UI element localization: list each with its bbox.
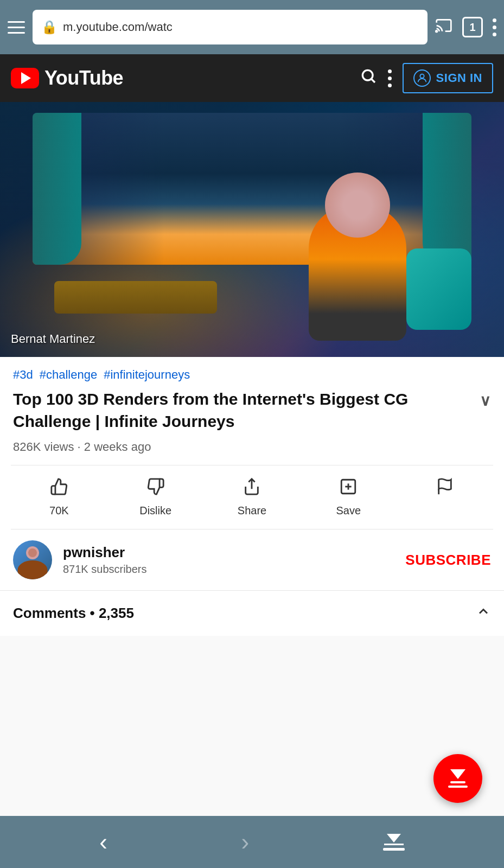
browser-more-icon[interactable]: [493, 18, 496, 36]
video-watermark: Bernat Martinez: [11, 332, 95, 346]
forward-icon: ›: [241, 828, 250, 856]
report-icon: [436, 477, 454, 500]
video-info: #3d #challenge #infinitejourneys Top 100…: [0, 357, 504, 529]
svg-point-10: [28, 548, 37, 557]
browser-chrome: 🔒 m.youtube.com/watc 1: [0, 0, 504, 54]
more-dots-icon: [388, 69, 392, 87]
channel-name: pwnisher: [63, 544, 394, 561]
sign-in-button[interactable]: SIGN IN: [403, 63, 493, 93]
lock-icon: 🔒: [41, 20, 58, 35]
save-button[interactable]: Save: [300, 475, 397, 519]
hashtag-3d[interactable]: #3d: [13, 368, 33, 382]
svg-point-3: [420, 74, 424, 78]
subscribe-button[interactable]: SUBSCRIBE: [405, 552, 491, 569]
video-meta: 826K views · 2 weeks ago: [13, 440, 491, 454]
youtube-play-icon: [11, 68, 39, 88]
like-label: 70K: [49, 505, 69, 517]
channel-info: pwnisher 871K subscribers SUBSCRIBE: [0, 529, 504, 591]
scene-figure: [309, 205, 406, 341]
fab-download-icon: [448, 769, 468, 788]
comments-section[interactable]: Comments • 2,355: [0, 591, 504, 636]
header-actions: SIGN IN: [360, 63, 493, 93]
scene-table: [54, 281, 217, 314]
forward-button[interactable]: ›: [241, 828, 250, 856]
like-button[interactable]: 70K: [11, 475, 107, 519]
bottom-nav: ‹ ›: [0, 816, 504, 868]
more-options-button[interactable]: [388, 69, 392, 87]
video-title: Top 100 3D Renders from the Internet's B…: [13, 388, 491, 432]
url-text: m.youtube.com/watc: [63, 20, 419, 34]
action-bar: 70K Dislike Share: [11, 465, 493, 529]
bottom-spacer: [0, 636, 504, 688]
dislike-label: Dislike: [139, 505, 171, 517]
channel-avatar[interactable]: [13, 540, 52, 579]
hashtag-list: #3d #challenge #infinitejourneys: [13, 368, 491, 382]
chevron-down-icon[interactable]: ∨: [480, 391, 491, 411]
back-button[interactable]: ‹: [99, 828, 107, 856]
back-icon: ‹: [99, 828, 107, 856]
hashtag-infinitejourneys[interactable]: #infinitejourneys: [104, 368, 190, 382]
sign-in-label: SIGN IN: [436, 71, 482, 85]
dislike-icon: [146, 477, 165, 500]
browser-actions: 1: [435, 17, 496, 38]
svg-point-1: [362, 70, 373, 80]
curtain-left: [33, 113, 81, 265]
share-icon: [243, 477, 261, 500]
fab-download-button[interactable]: [433, 754, 482, 803]
dislike-button[interactable]: Dislike: [107, 475, 204, 519]
title-text: Top 100 3D Renders from the Internet's B…: [13, 388, 475, 432]
svg-point-0: [436, 30, 437, 32]
share-label: Share: [238, 505, 266, 517]
download-icon: [383, 834, 405, 851]
save-icon: [339, 477, 358, 500]
report-button[interactable]: [397, 475, 493, 519]
comments-header: Comments • 2,355: [13, 605, 134, 622]
scene-backpack: [406, 248, 471, 330]
address-bar[interactable]: 🔒 m.youtube.com/watc: [33, 10, 428, 44]
like-icon: [50, 477, 68, 500]
avatar-icon: [413, 69, 431, 87]
save-label: Save: [336, 505, 361, 517]
youtube-logo[interactable]: YouTube: [11, 67, 351, 90]
collapse-icon[interactable]: [476, 604, 491, 623]
video-thumbnail[interactable]: Bernat Martinez: [0, 102, 504, 357]
share-button[interactable]: Share: [204, 475, 301, 519]
svg-line-2: [372, 79, 375, 82]
hamburger-menu[interactable]: [8, 21, 25, 34]
cast-icon[interactable]: [435, 17, 452, 38]
hashtag-challenge[interactable]: #challenge: [40, 368, 97, 382]
youtube-header: YouTube SIGN IN: [0, 54, 504, 102]
channel-subscribers: 871K subscribers: [63, 563, 394, 576]
curtain-right: [423, 113, 471, 265]
channel-details: pwnisher 871K subscribers: [63, 544, 394, 576]
youtube-wordmark: YouTube: [44, 67, 123, 90]
tabs-button[interactable]: 1: [462, 17, 483, 37]
search-button[interactable]: [360, 67, 377, 89]
download-button[interactable]: [383, 834, 405, 851]
